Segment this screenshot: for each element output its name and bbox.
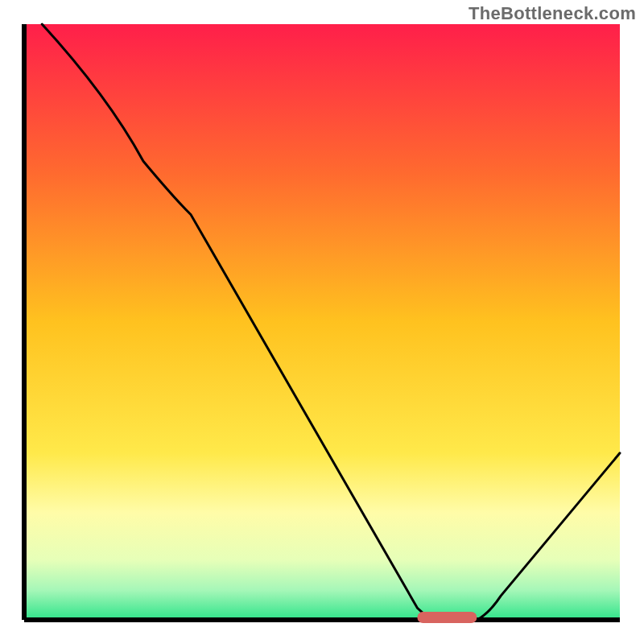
chart-container: TheBottleneck.com — [0, 0, 644, 644]
optimal-range-marker — [417, 612, 477, 623]
chart-svg — [0, 0, 644, 644]
watermark-text: TheBottleneck.com — [469, 3, 636, 24]
